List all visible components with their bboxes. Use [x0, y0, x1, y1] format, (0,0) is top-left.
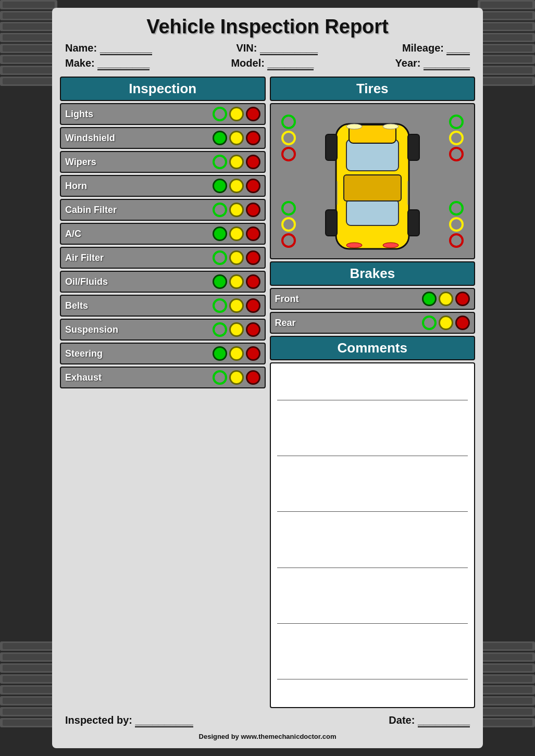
brakes-rear-label: Rear [275, 318, 296, 329]
vin-value[interactable]: __________ [260, 42, 318, 55]
inspection-circles-8 [213, 298, 260, 313]
svg-point-13 [346, 243, 362, 248]
tire-front-right [449, 115, 464, 161]
inspection-circle-4-1[interactable] [229, 203, 244, 217]
inspection-label-5: A/C [65, 229, 81, 240]
inspection-circle-1-2[interactable] [246, 131, 260, 145]
inspection-circle-11-0[interactable] [213, 370, 227, 385]
inspection-circle-8-2[interactable] [246, 298, 260, 313]
svg-rect-7 [326, 134, 337, 160]
header-row-2: Make: _________ Model: ________ Year: __… [60, 57, 475, 70]
inspection-circle-5-2[interactable] [246, 226, 260, 241]
inspection-label-10: Steering [65, 348, 103, 359]
inspection-circle-10-2[interactable] [246, 346, 260, 361]
inspection-circle-5-1[interactable] [229, 226, 244, 241]
year-field: Year: ________ [395, 57, 470, 70]
tire-rr-circle-1 [449, 201, 464, 216]
tire-fr-circle-2 [449, 131, 464, 145]
inspection-circle-0-2[interactable] [246, 107, 260, 121]
brakes-front-circle-2[interactable] [439, 292, 453, 306]
svg-rect-1 [346, 140, 399, 171]
comment-line-4 [277, 559, 468, 568]
inspection-circle-6-1[interactable] [229, 250, 244, 265]
inspection-circle-1-0[interactable] [213, 131, 227, 145]
date-field: Date: _________ [389, 714, 470, 727]
mileage-value[interactable]: ____ [446, 42, 470, 55]
make-value[interactable]: _________ [97, 57, 150, 70]
header: Vehicle Inspection Report Name: ________… [60, 16, 475, 72]
inspection-circles-9 [213, 322, 260, 337]
name-field: Name: _________ [65, 42, 152, 55]
inspection-circle-10-0[interactable] [213, 346, 227, 361]
date-value[interactable]: _________ [418, 714, 470, 727]
inspection-label-2: Wipers [65, 157, 96, 168]
comment-line-2 [277, 447, 468, 456]
tread-right-top [478, 0, 535, 115]
inspection-circles-3 [213, 179, 260, 193]
name-value[interactable]: _________ [100, 42, 152, 55]
inspection-circle-0-1[interactable] [229, 107, 244, 121]
car-image [320, 114, 425, 249]
inspection-circle-1-1[interactable] [229, 131, 244, 145]
inspection-circle-4-0[interactable] [213, 203, 227, 217]
inspection-circle-11-2[interactable] [246, 370, 260, 385]
right-column: Tires [270, 77, 476, 708]
inspection-circle-11-1[interactable] [229, 370, 244, 385]
brakes-rear-circle-3[interactable] [455, 316, 470, 330]
inspection-label-8: Belts [65, 300, 88, 311]
svg-point-14 [383, 243, 399, 248]
body-columns: Inspection LightsWindshieldWipersHornCab… [60, 77, 475, 708]
tread-left-bottom [0, 641, 57, 756]
brakes-front-circle-3[interactable] [455, 292, 470, 306]
inspection-row-3: Horn [60, 175, 266, 197]
brakes-rear-circle-2[interactable] [439, 316, 453, 330]
model-field: Model: ________ [231, 57, 314, 70]
inspection-circle-4-2[interactable] [246, 203, 260, 217]
inspection-circle-9-2[interactable] [246, 322, 260, 337]
tire-front-left [281, 115, 296, 161]
name-label: Name: [65, 42, 97, 54]
tire-rear-right [449, 201, 464, 248]
year-value[interactable]: ________ [424, 57, 470, 70]
inspection-row-9: Suspension [60, 319, 266, 341]
header-row-1: Name: _________ VIN: __________ Mileage:… [60, 42, 475, 55]
inspection-circle-2-1[interactable] [229, 155, 244, 169]
inspection-circle-8-1[interactable] [229, 298, 244, 313]
svg-rect-9 [326, 210, 337, 236]
inspection-circle-7-1[interactable] [229, 274, 244, 289]
inspection-circles-6 [213, 250, 260, 265]
inspection-circle-10-1[interactable] [229, 346, 244, 361]
inspection-row-8: Belts [60, 295, 266, 317]
inspection-circle-3-0[interactable] [213, 179, 227, 193]
brakes-rear-circle-1[interactable] [422, 316, 437, 330]
inspection-row-5: A/C [60, 223, 266, 245]
tread-left-top [0, 0, 57, 115]
inspected-by-value[interactable]: __________ [135, 714, 193, 727]
model-value[interactable]: ________ [267, 57, 314, 70]
inspection-circle-3-2[interactable] [246, 179, 260, 193]
inspection-circle-5-0[interactable] [213, 226, 227, 241]
tread-right-bottom [478, 641, 535, 756]
main-container: Vehicle Inspection Report Name: ________… [52, 8, 483, 748]
inspection-circle-6-2[interactable] [246, 250, 260, 265]
inspection-circle-9-1[interactable] [229, 322, 244, 337]
inspection-circles-11 [213, 370, 260, 385]
inspection-circle-9-0[interactable] [213, 322, 227, 337]
brakes-front-row: Front [270, 288, 476, 310]
inspection-circle-2-0[interactable] [213, 155, 227, 169]
inspection-circle-0-0[interactable] [213, 107, 227, 121]
inspection-circles-7 [213, 274, 260, 289]
inspection-circle-6-0[interactable] [213, 250, 227, 265]
brakes-front-circle-1[interactable] [422, 292, 437, 306]
comments-area[interactable] [270, 362, 476, 708]
inspection-circle-7-0[interactable] [213, 274, 227, 289]
brakes-rear-row: Rear [270, 312, 476, 334]
inspection-circle-8-0[interactable] [213, 298, 227, 313]
inspection-label-9: Suspension [65, 324, 118, 335]
inspection-label-11: Exhaust [65, 372, 102, 383]
inspection-circle-2-2[interactable] [246, 155, 260, 169]
inspected-by-label: Inspected by: [65, 714, 132, 726]
inspection-circle-7-2[interactable] [246, 274, 260, 289]
inspection-circle-3-1[interactable] [229, 179, 244, 193]
tire-rr-circle-2 [449, 217, 464, 232]
